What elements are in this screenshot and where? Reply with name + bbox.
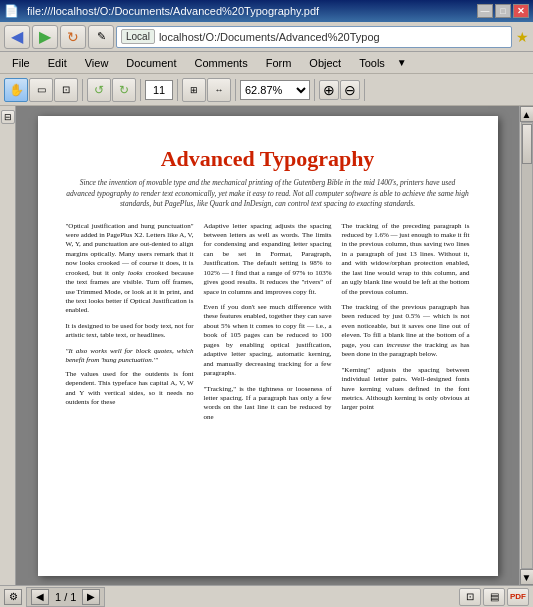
snapshot-icon: ⊡ (62, 84, 70, 95)
pdf-icon: PDF (510, 592, 526, 601)
menu-edit[interactable]: Edit (40, 55, 75, 71)
menu-overflow-icon[interactable]: ▼ (397, 57, 407, 68)
address-url: localhost/O:/Documents/Advanced%20Typog (159, 31, 380, 43)
pdf-scroll-area[interactable]: Advanced Typography Since the invention … (16, 106, 519, 585)
settings-icon: ⚙ (9, 591, 18, 602)
edit-icon: ✎ (97, 30, 106, 43)
zoom-out-icon: ⊖ (344, 82, 356, 98)
menu-form[interactable]: Form (258, 55, 300, 71)
zoom-in-button[interactable]: ⊕ (319, 80, 339, 100)
pdf-col2-para2: Even if you don't see much difference wi… (204, 303, 332, 379)
scroll-up-button[interactable]: ▲ (520, 106, 534, 122)
pdf-col3-para1: The tracking of the preceding paragraph … (342, 222, 470, 298)
address-bar[interactable]: Local localhost/O:/Documents/Advanced%20… (116, 26, 512, 48)
pdf-col1-para2: It is designed to be used for body text,… (66, 322, 194, 341)
select-tool-button[interactable]: ▭ (29, 78, 53, 102)
select-icon: ▭ (37, 84, 46, 95)
toolbar: ✋ ▭ ⊡ ↺ ↻ ⊞ ↔ 62.87% 75% 100% ⊕ ⊖ (0, 74, 533, 106)
menu-view[interactable]: View (77, 55, 117, 71)
edit-button[interactable]: ✎ (88, 25, 114, 49)
forward-icon: ▶ (39, 27, 51, 46)
right-tools: ⊡ ▤ PDF (459, 588, 529, 606)
scroll-down-button[interactable]: ▼ (520, 569, 534, 585)
undo-icon: ↺ (94, 83, 104, 97)
toolbar-separator-1 (82, 79, 83, 101)
pdf-page: Advanced Typography Since the invention … (38, 116, 498, 576)
minimize-button[interactable]: — (477, 4, 493, 18)
bookmark-button[interactable]: ★ (516, 29, 529, 45)
pdf-column-1: "Optical justification and hung punctuat… (66, 222, 194, 429)
page-number-input[interactable] (145, 80, 173, 100)
content-area: ⊟ Advanced Typography Since the inventio… (0, 106, 533, 585)
forward-button[interactable]: ▶ (32, 25, 58, 49)
zoom-in-icon: ⊕ (323, 82, 335, 98)
pdf-badge[interactable]: PDF (507, 588, 529, 606)
status-tool-1[interactable]: ⊡ (459, 588, 481, 606)
toolbar-separator-3 (177, 79, 178, 101)
status-tool-2[interactable]: ▤ (483, 588, 505, 606)
left-tool-1[interactable]: ⊟ (1, 110, 15, 124)
fit-width-button[interactable]: ↔ (207, 78, 231, 102)
prev-page-button[interactable]: ◀ (31, 589, 49, 605)
pdf-column-2: Adaptive letter spacing adjusts the spac… (204, 222, 332, 429)
tool-icon-1: ⊡ (466, 591, 474, 602)
menubar: File Edit View Document Comments Form Ob… (0, 52, 533, 74)
redo-button[interactable]: ↻ (112, 78, 136, 102)
pdf-col1-para3: The values used for the outdents is font… (66, 370, 194, 408)
pdf-col3-para3: "Kerning" adjusts the spacing between in… (342, 366, 470, 413)
next-page-button[interactable]: ▶ (82, 589, 100, 605)
menu-document[interactable]: Document (118, 55, 184, 71)
zoom-out-button[interactable]: ⊖ (340, 80, 360, 100)
close-button[interactable]: ✕ (513, 4, 529, 18)
fit-page-icon: ⊞ (190, 85, 198, 95)
toolbar-separator-4 (235, 79, 236, 101)
pdf-col3-para2: The tracking of the previous paragraph h… (342, 303, 470, 360)
settings-button[interactable]: ⚙ (4, 589, 22, 605)
back-button[interactable]: ◀ (4, 25, 30, 49)
redo-icon: ↻ (119, 83, 129, 97)
pdf-col2-para1: Adaptive letter spacing adjusts the spac… (204, 222, 332, 298)
pdf-title-accent: Typography (260, 146, 375, 171)
menu-comments[interactable]: Comments (187, 55, 256, 71)
titlebar-icon: 📄 (4, 4, 19, 18)
zoom-select[interactable]: 62.87% 75% 100% (240, 80, 310, 100)
snapshot-tool-button[interactable]: ⊡ (54, 78, 78, 102)
undo-button[interactable]: ↺ (87, 78, 111, 102)
scrollbar-right: ▲ ▼ (519, 106, 533, 585)
pdf-subtitle: Since the invention of movable type and … (66, 178, 470, 210)
tool-icon-2: ▤ (490, 591, 499, 602)
titlebar-title: file:///localhost/O:/Documents/Advanced%… (23, 5, 477, 17)
pdf-column-3: The tracking of the preceding paragraph … (342, 222, 470, 429)
menu-tools[interactable]: Tools (351, 55, 393, 71)
navbar: ◀ ▶ ↻ ✎ Local localhost/O:/Documents/Adv… (0, 22, 533, 52)
back-icon: ◀ (11, 27, 23, 46)
menu-file[interactable]: File (4, 55, 38, 71)
titlebar: 📄 file:///localhost/O:/Documents/Advance… (0, 0, 533, 22)
toolbar-separator-2 (140, 79, 141, 101)
statusbar: ⚙ ◀ 1 / 1 ▶ ⊡ ▤ PDF (0, 585, 533, 607)
toolbar-separator-6 (364, 79, 365, 101)
scroll-thumb[interactable] (522, 124, 532, 164)
toolbar-separator-5 (314, 79, 315, 101)
pdf-col1-para1: "Optical justification and hung punctuat… (66, 222, 194, 316)
maximize-button[interactable]: □ (495, 4, 511, 18)
address-local-label: Local (121, 29, 155, 44)
menu-object[interactable]: Object (301, 55, 349, 71)
refresh-button[interactable]: ↻ (60, 25, 86, 49)
hand-tool-button[interactable]: ✋ (4, 78, 28, 102)
hand-icon: ✋ (9, 83, 24, 97)
page-nav: ◀ 1 / 1 ▶ (26, 587, 105, 607)
pdf-columns: "Optical justification and hung punctuat… (66, 222, 470, 429)
pdf-title-plain: Advanced (161, 146, 260, 171)
fit-page-button[interactable]: ⊞ (182, 78, 206, 102)
left-panel: ⊟ (0, 106, 16, 585)
pdf-col2-para3: "Tracking," is the tightness or loosenes… (204, 385, 332, 423)
refresh-icon: ↻ (67, 29, 79, 45)
page-label: 1 / 1 (51, 591, 80, 603)
scroll-track[interactable] (521, 122, 533, 569)
pdf-col1-quote: "It also works well for block quotes, wh… (66, 347, 194, 366)
pdf-title: Advanced Typography (66, 146, 470, 172)
fit-width-icon: ↔ (215, 85, 224, 95)
